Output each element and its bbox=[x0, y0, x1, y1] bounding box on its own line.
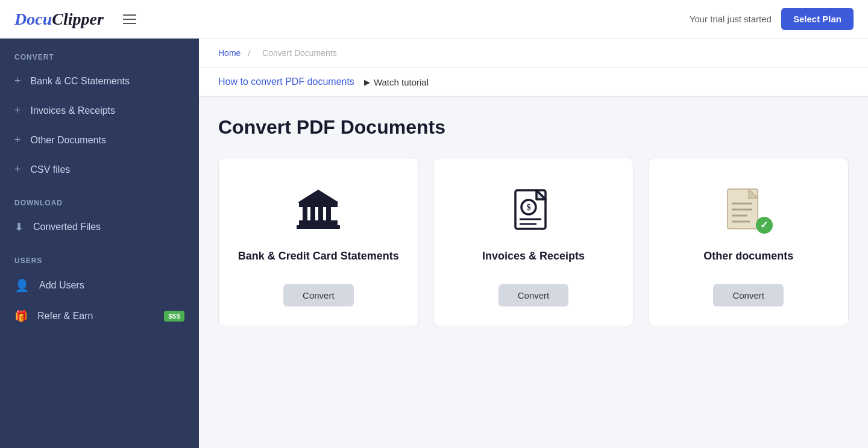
download-icon: ⬇ bbox=[14, 220, 24, 234]
sidebar-item-label: Bank & CC Statements bbox=[31, 76, 184, 87]
bank-icon bbox=[294, 182, 342, 237]
svg-text:$: $ bbox=[526, 203, 530, 212]
main-content: Home / Convert Documents How to convert … bbox=[199, 39, 868, 448]
sidebar-item-label: Refer & Earn bbox=[37, 311, 154, 322]
sidebar-item-csv[interactable]: + CSV files bbox=[0, 155, 199, 184]
svg-rect-6 bbox=[299, 220, 338, 225]
logo: DocuClipper bbox=[14, 10, 104, 29]
card-other-title: Other documents bbox=[703, 249, 793, 264]
card-invoices-convert-button[interactable]: Convert bbox=[498, 284, 569, 306]
sidebar-item-other-docs[interactable]: + Other Documents bbox=[0, 125, 199, 155]
card-invoices-receipts: $ Invoices & Receipts Convert bbox=[433, 158, 634, 326]
play-icon: ▶ bbox=[364, 78, 370, 87]
hamburger-menu[interactable] bbox=[123, 14, 136, 24]
sidebar-item-label: Other Documents bbox=[31, 135, 184, 146]
sidebar: CONVERT + Bank & CC Statements + Invoice… bbox=[0, 39, 199, 448]
other-doc-icon: ✓ bbox=[725, 182, 773, 237]
plus-icon: + bbox=[14, 75, 21, 87]
breadcrumb-current: Convert Documents bbox=[262, 48, 337, 58]
sidebar-item-add-users[interactable]: 👤 Add Users bbox=[0, 270, 199, 301]
header-right: Your trial just started Select Plan bbox=[690, 8, 854, 30]
sidebar-item-converted-files[interactable]: ⬇ Converted Files bbox=[0, 212, 199, 242]
gift-icon: 🎁 bbox=[14, 310, 28, 323]
sidebar-item-label: Converted Files bbox=[33, 222, 184, 232]
sidebar-item-label: Invoices & Receipts bbox=[31, 105, 184, 116]
breadcrumb-separator: / bbox=[248, 48, 250, 58]
card-bank-credit-card: Bank & Credit Card Statements Convert bbox=[218, 158, 419, 326]
trial-text: Your trial just started bbox=[690, 14, 772, 24]
download-section-title: DOWNLOAD bbox=[0, 184, 199, 212]
svg-rect-3 bbox=[310, 207, 315, 220]
page-title: Convert PDF Documents bbox=[218, 116, 849, 138]
page-content: Convert PDF Documents bbox=[199, 97, 868, 346]
select-plan-button[interactable]: Select Plan bbox=[781, 8, 854, 30]
sidebar-item-refer-earn[interactable]: 🎁 Refer & Earn $$$ bbox=[0, 301, 199, 331]
breadcrumb-home[interactable]: Home bbox=[218, 48, 241, 58]
user-icon: 👤 bbox=[14, 278, 30, 293]
plus-icon: + bbox=[14, 134, 21, 146]
breadcrumb: Home / Convert Documents bbox=[199, 39, 868, 68]
cards-grid: Bank & Credit Card Statements Convert bbox=[218, 158, 849, 326]
sidebar-item-bank-cc[interactable]: + Bank & CC Statements bbox=[0, 66, 199, 96]
plus-icon: + bbox=[14, 163, 21, 176]
card-bank-convert-button[interactable]: Convert bbox=[283, 284, 354, 306]
tutorial-banner: How to convert PDF documents ▶ Watch tut… bbox=[199, 68, 868, 97]
check-badge: ✓ bbox=[756, 217, 773, 234]
svg-marker-0 bbox=[299, 190, 338, 202]
svg-rect-4 bbox=[318, 207, 323, 220]
layout: CONVERT + Bank & CC Statements + Invoice… bbox=[0, 39, 868, 448]
card-invoices-title: Invoices & Receipts bbox=[482, 249, 585, 264]
svg-rect-5 bbox=[326, 207, 331, 220]
card-other-documents: ✓ Other documents Convert bbox=[648, 158, 849, 326]
tutorial-link[interactable]: How to convert PDF documents bbox=[218, 76, 354, 87]
convert-section-title: CONVERT bbox=[0, 39, 199, 66]
header-left: DocuClipper bbox=[14, 10, 136, 29]
svg-rect-2 bbox=[303, 207, 307, 220]
svg-rect-1 bbox=[299, 202, 338, 207]
sidebar-item-label: CSV files bbox=[31, 164, 184, 175]
refer-earn-badge: $$$ bbox=[164, 311, 184, 322]
sidebar-item-invoices[interactable]: + Invoices & Receipts bbox=[0, 96, 199, 125]
sidebar-item-label: Add Users bbox=[39, 280, 184, 291]
invoice-icon: $ bbox=[512, 182, 555, 237]
card-other-convert-button[interactable]: Convert bbox=[713, 284, 784, 306]
watch-tutorial[interactable]: ▶ Watch tutorial bbox=[364, 77, 429, 87]
svg-rect-7 bbox=[297, 225, 340, 229]
users-section-title: USERS bbox=[0, 242, 199, 270]
plus-icon: + bbox=[14, 104, 21, 117]
header: DocuClipper Your trial just started Sele… bbox=[0, 0, 868, 39]
card-bank-title: Bank & Credit Card Statements bbox=[238, 249, 399, 264]
watch-tutorial-label: Watch tutorial bbox=[374, 77, 429, 87]
